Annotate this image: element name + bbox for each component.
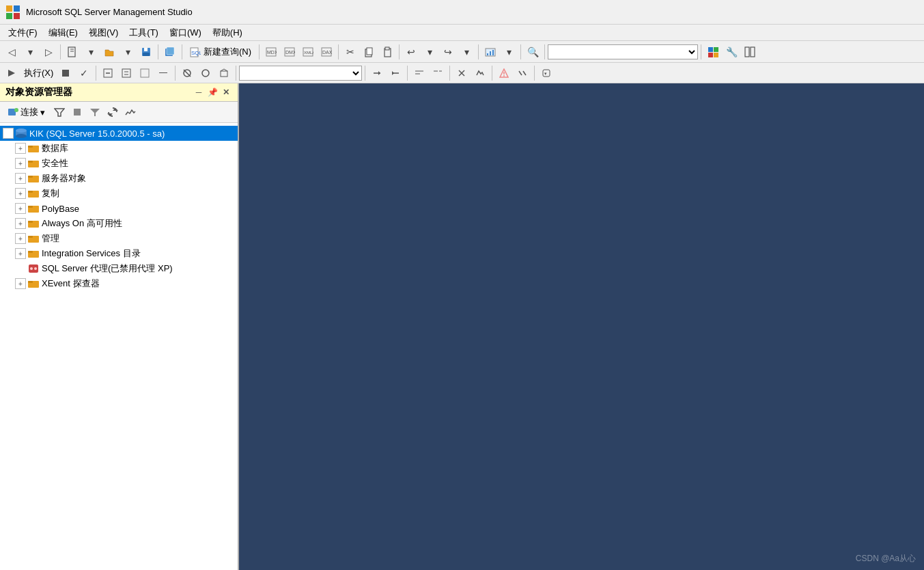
tb2-icon2[interactable] bbox=[117, 64, 135, 82]
server-dropdown[interactable] bbox=[548, 44, 698, 59]
replication-icon bbox=[27, 188, 40, 199]
svg-rect-4 bbox=[68, 47, 75, 57]
sqlagent-label: SQL Server 代理(已禁用代理 XP) bbox=[42, 262, 173, 275]
tree-node-integrationservices[interactable]: + Integration Services 目录 bbox=[0, 246, 238, 261]
layout-btn[interactable] bbox=[741, 43, 759, 61]
search-btn[interactable]: 🔍 bbox=[524, 43, 542, 61]
tree-node-security[interactable]: + 安全性 bbox=[0, 156, 238, 171]
tb2-icon9[interactable] bbox=[387, 64, 404, 82]
menu-view[interactable]: 视图(V) bbox=[83, 25, 124, 40]
verify-btn[interactable]: ✓ bbox=[75, 64, 93, 82]
alwayson-expand-btn[interactable]: + bbox=[15, 218, 26, 229]
oe-filter2-btn[interactable] bbox=[87, 104, 103, 120]
replication-expand-btn[interactable]: + bbox=[15, 188, 26, 199]
copy-btn[interactable] bbox=[360, 43, 378, 61]
sep6 bbox=[399, 44, 400, 59]
server-collapse-btn[interactable]: − bbox=[3, 128, 14, 139]
svg-rect-25 bbox=[385, 47, 389, 50]
tb2-icon6[interactable] bbox=[197, 64, 214, 82]
cut-btn[interactable]: ✂ bbox=[341, 43, 359, 61]
database-selector[interactable] bbox=[239, 66, 362, 81]
tb2-icon8[interactable] bbox=[368, 64, 386, 82]
undo-dropdown[interactable]: ▾ bbox=[421, 43, 438, 61]
svg-rect-97 bbox=[28, 281, 33, 283]
tb2-icon10[interactable] bbox=[410, 64, 428, 82]
back-dropdown[interactable]: ▾ bbox=[21, 43, 39, 61]
tb2-icon7[interactable] bbox=[215, 64, 233, 82]
oe-refresh-btn[interactable] bbox=[104, 104, 121, 120]
tree-node-sqlagent[interactable]: SQL Server 代理(已禁用代理 XP) bbox=[0, 261, 238, 276]
tree-node-replication[interactable]: + 复制 bbox=[0, 186, 238, 201]
tree-node-serverobjects[interactable]: + 服务器对象 bbox=[0, 171, 238, 186]
back-button[interactable]: ◁ bbox=[3, 43, 20, 61]
tree-node-polybase[interactable]: + PolyBase bbox=[0, 201, 238, 216]
tb2-icon5[interactable] bbox=[178, 64, 196, 82]
oe-close-btn[interactable]: ✕ bbox=[220, 86, 232, 98]
redo-dropdown[interactable]: ▾ bbox=[458, 43, 475, 61]
save-btn[interactable] bbox=[137, 43, 155, 61]
tb2-btn1[interactable] bbox=[3, 64, 20, 82]
management-expand-btn[interactable]: + bbox=[15, 233, 26, 244]
oe-pin2-btn[interactable]: 📌 bbox=[206, 86, 219, 98]
polybase-expand-btn[interactable]: + bbox=[15, 203, 26, 214]
new-file-btn[interactable] bbox=[64, 43, 81, 61]
toolbar-icon-4[interactable]: DAX bbox=[318, 43, 335, 61]
oe-stop-btn[interactable] bbox=[69, 104, 85, 120]
tree-node-alwayson[interactable]: + Always On 高可用性 bbox=[0, 216, 238, 231]
svg-text:SQL: SQL bbox=[191, 50, 201, 56]
new-query-button[interactable]: SQL 新建查询(N) bbox=[185, 44, 256, 60]
paste-btn[interactable] bbox=[378, 43, 396, 61]
tb2-icon11[interactable] bbox=[429, 64, 447, 82]
tree-node-xevent[interactable]: + XEvent 探查器 bbox=[0, 276, 238, 291]
xevent-expand-btn[interactable]: + bbox=[15, 278, 26, 289]
menu-window[interactable]: 窗口(W) bbox=[164, 25, 207, 40]
svg-rect-40 bbox=[122, 69, 130, 77]
security-expand-btn[interactable]: + bbox=[15, 158, 26, 169]
oe-pin-btn[interactable]: ─ bbox=[193, 86, 205, 98]
tb2-icon13[interactable] bbox=[471, 64, 489, 82]
tb2-icon4[interactable] bbox=[154, 64, 172, 82]
execute-label[interactable]: 执行(X) bbox=[21, 67, 56, 79]
tb2-icon16[interactable]: ▾ bbox=[537, 64, 555, 82]
reports-btn[interactable] bbox=[481, 43, 499, 61]
reports-dropdown[interactable]: ▾ bbox=[500, 43, 518, 61]
oe-filter-btn[interactable] bbox=[51, 104, 68, 120]
serverobjects-expand-btn[interactable]: + bbox=[15, 173, 26, 184]
open-dropdown[interactable]: ▾ bbox=[119, 43, 137, 61]
save-all-btn[interactable] bbox=[161, 43, 179, 61]
connect-button[interactable]: 连接 ▾ bbox=[3, 104, 50, 120]
menu-tools[interactable]: 工具(T) bbox=[124, 25, 164, 40]
open-file-btn[interactable] bbox=[100, 43, 118, 61]
databases-expand-btn[interactable]: + bbox=[15, 143, 26, 154]
toolbar-icon-1[interactable]: MDX bbox=[262, 43, 280, 61]
tb2-icon15[interactable] bbox=[514, 64, 531, 82]
menu-edit[interactable]: 编辑(E) bbox=[43, 25, 83, 40]
menu-file[interactable]: 文件(F) bbox=[3, 25, 43, 40]
tree-node-management[interactable]: + 管理 bbox=[0, 231, 238, 246]
toolbar-icon-3[interactable]: XMLA bbox=[299, 43, 317, 61]
undo-btn[interactable]: ↩ bbox=[402, 43, 420, 61]
tb2-icon1[interactable] bbox=[99, 64, 117, 82]
sep13 bbox=[236, 66, 236, 81]
forward-button[interactable]: ▷ bbox=[40, 43, 57, 61]
stop-btn[interactable] bbox=[57, 64, 74, 82]
svg-rect-78 bbox=[28, 146, 33, 148]
toolbar-icon-2[interactable]: DMX bbox=[281, 43, 298, 61]
tb2-icon3[interactable] bbox=[136, 64, 154, 82]
sep17 bbox=[492, 66, 492, 81]
connect-arrow[interactable]: ▾ bbox=[40, 107, 45, 118]
integrationservices-expand-btn[interactable]: + bbox=[15, 248, 26, 259]
tb2-icon12[interactable] bbox=[453, 64, 471, 82]
wrench-btn[interactable]: 🔧 bbox=[723, 43, 740, 61]
title-bar: Microsoft SQL Server Management Studio bbox=[0, 0, 924, 25]
toolbar2: 执行(X) ✓ bbox=[0, 63, 924, 83]
menu-help[interactable]: 帮助(H) bbox=[207, 25, 248, 40]
tree-node-server[interactable]: − KIK (SQL Server 15.0.2000.5 - sa) bbox=[0, 126, 238, 141]
redo-btn[interactable]: ↪ bbox=[439, 43, 457, 61]
oe-activity-btn[interactable] bbox=[122, 104, 139, 120]
tree-node-databases[interactable]: + 数据库 bbox=[0, 141, 238, 156]
ssms-icon[interactable] bbox=[704, 43, 722, 61]
new-file-dropdown[interactable]: ▾ bbox=[82, 43, 100, 61]
main-area: 对象资源管理器 ─ 📌 ✕ 连接 ▾ bbox=[0, 83, 924, 570]
tb2-icon14[interactable] bbox=[495, 64, 513, 82]
